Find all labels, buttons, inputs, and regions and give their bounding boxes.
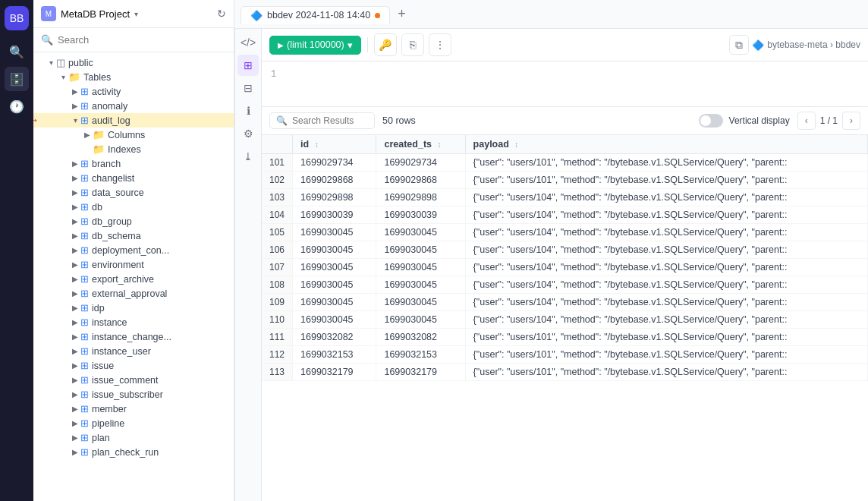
- results-search-box[interactable]: 🔍: [269, 112, 375, 129]
- tree-item-changelist[interactable]: ▶ ⊞ changelist: [33, 171, 234, 185]
- project-name: MetaDB Project: [61, 8, 130, 20]
- pagination: ‹ 1 / 1 ›: [797, 112, 860, 130]
- table-row: 109 1699030045 1699030045 {"user": "user…: [262, 294, 868, 311]
- tree-item-branch[interactable]: ▶ ⊞ branch: [33, 156, 234, 171]
- tree-item-deployment[interactable]: ▶ ⊞ deployment_con...: [33, 243, 234, 257]
- app-logo[interactable]: BB: [5, 6, 29, 30]
- tree-item-tables[interactable]: ▾ 📁 Tables: [33, 70, 234, 84]
- side-btn-export[interactable]: ⤓: [237, 146, 259, 167]
- search-icon: 🔍: [41, 34, 53, 46]
- search-box: 🔍: [33, 28, 234, 52]
- col-header-created-ts[interactable]: created_ts ↕: [376, 135, 465, 154]
- prev-page-button[interactable]: ‹: [797, 112, 816, 130]
- tree-item-db-group[interactable]: ▶ ⊞ db_group: [33, 214, 234, 228]
- side-btn-settings[interactable]: ⚙: [237, 123, 259, 144]
- copy-button[interactable]: ⎘: [401, 33, 424, 56]
- tree-label-plan-check-run: plan_check_run: [92, 447, 159, 458]
- caret-icon: ▶: [70, 102, 80, 110]
- tree-item-activity[interactable]: ▶ ⊞ activity: [33, 84, 234, 99]
- refresh-button[interactable]: ↻: [217, 8, 226, 20]
- sidebar-icon-history[interactable]: 🕐: [5, 94, 29, 118]
- db-icon: 🔷: [752, 39, 764, 51]
- col-header-id[interactable]: id ↕: [293, 135, 376, 154]
- explorer-panel: M MetaDB Project ▾ ↻ 🔍 ▾ ◫ public ▾ 📁 Ta…: [33, 0, 234, 501]
- tree-item-audit-log[interactable]: → ▾ ⊞ audit_log: [33, 113, 234, 128]
- tree-item-data-source[interactable]: ▶ ⊞ data_source: [33, 185, 234, 200]
- table-icon: ⊞: [80, 273, 89, 285]
- tree-item-member[interactable]: ▶ ⊞ member: [33, 402, 234, 416]
- tab-modified-dot: [375, 13, 380, 18]
- table-row: 107 1699030045 1699030045 {"user": "user…: [262, 259, 868, 276]
- main-toolbar: ▶ (limit 100000) ▾ 🔑 ⎘ ⋮ ⧉ 🔷 bytebase-me…: [262, 29, 868, 61]
- tree-item-plan-check-run[interactable]: ▶ ⊞ plan_check_run: [33, 445, 234, 459]
- caret-icon: ▶: [70, 87, 80, 96]
- tree-label-environment: environment: [92, 260, 144, 270]
- tree-item-issue-comment[interactable]: ▶ ⊞ issue_comment: [33, 373, 234, 387]
- vertical-display-toggle[interactable]: Vertical display: [699, 114, 790, 128]
- tree-item-external-approval[interactable]: ▶ ⊞ external_approval: [33, 286, 234, 301]
- tree-item-columns[interactable]: ▶ 📁 Columns: [33, 128, 234, 142]
- table-icon: ⊞: [80, 201, 89, 213]
- page-indicator: 1 / 1: [820, 115, 838, 126]
- toggle-switch[interactable]: [699, 114, 723, 128]
- tree-label-instance-user: instance_user: [92, 346, 151, 357]
- tree-item-export-archive[interactable]: ▶ ⊞ export_archive: [33, 272, 234, 286]
- table-icon: ⊞: [80, 389, 89, 400]
- table-icon: ⊞: [80, 417, 89, 429]
- cell-created-ts: 1699030039: [376, 206, 465, 224]
- results-search-input[interactable]: [292, 115, 368, 126]
- tree-label-plan: plan: [92, 433, 110, 443]
- caret-icon: ▶: [70, 448, 80, 456]
- caret-icon: ▶: [82, 131, 93, 139]
- sidebar-icon-database[interactable]: 🗄️: [5, 67, 29, 91]
- tree-item-indexes[interactable]: ▶ 📁 Indexes: [33, 142, 234, 156]
- tree-item-instance-change[interactable]: ▶ ⊞ instance_change...: [33, 329, 234, 344]
- table-row: 111 1699032082 1699032082 {"user": "user…: [262, 329, 868, 346]
- cell-created-ts: 1699029898: [376, 189, 465, 206]
- sidebar-icon-search[interactable]: 🔍: [5, 39, 29, 64]
- editor-content[interactable]: [285, 68, 859, 79]
- tree-item-issue-subscriber[interactable]: ▶ ⊞ issue_subscriber: [33, 387, 234, 402]
- table-row: 102 1699029868 1699029868 {"user": "user…: [262, 172, 868, 189]
- tree-item-anomaly[interactable]: ▶ ⊞ anomaly: [33, 99, 234, 113]
- next-page-button[interactable]: ›: [842, 112, 860, 130]
- tree-item-plan[interactable]: ▶ ⊞ plan: [33, 430, 234, 445]
- project-selector[interactable]: M MetaDB Project ▾: [41, 6, 212, 21]
- add-tab-button[interactable]: +: [393, 6, 410, 22]
- col-header-payload[interactable]: payload ↕: [465, 135, 867, 154]
- tree-item-idp[interactable]: ▶ ⊞ idp: [33, 301, 234, 315]
- tree-item-environment[interactable]: ▶ ⊞ environment: [33, 257, 234, 272]
- key-button[interactable]: 🔑: [374, 33, 397, 56]
- side-btn-code[interactable]: </>: [237, 32, 259, 53]
- cell-id: 1699030039: [293, 206, 376, 224]
- row-number: 109: [262, 294, 293, 311]
- caret-icon: ▶: [70, 433, 80, 442]
- breadcrumb-btn[interactable]: ⧉: [729, 35, 749, 55]
- side-btn-table[interactable]: ⊞: [237, 55, 259, 76]
- side-btn-info[interactable]: ℹ: [237, 100, 259, 121]
- table-row: 110 1699030045 1699030045 {"user": "user…: [262, 311, 868, 329]
- app-sidebar: BB 🔍 🗄️ 🕐: [0, 0, 33, 501]
- tree-item-public[interactable]: ▾ ◫ public: [33, 55, 234, 70]
- share-button[interactable]: ⋮: [429, 33, 451, 56]
- tree-label-anomaly: anomaly: [92, 101, 127, 112]
- side-btn-grid[interactable]: ⊟: [237, 77, 259, 99]
- row-number: 110: [262, 311, 293, 329]
- tree-item-issue[interactable]: ▶ ⊞ issue: [33, 358, 234, 373]
- results-toolbar: 🔍 50 rows Vertical display ‹ 1 / 1 ›: [262, 107, 868, 135]
- tree-item-instance-user[interactable]: ▶ ⊞ instance_user: [33, 344, 234, 358]
- tree-item-instance[interactable]: ▶ ⊞ instance: [33, 315, 234, 329]
- tree-label-instance-change: instance_change...: [92, 332, 171, 342]
- tree-item-db[interactable]: ▶ ⊞ db: [33, 200, 234, 214]
- tree-item-pipeline[interactable]: ▶ ⊞ pipeline: [33, 416, 234, 430]
- tree-label-data-source: data_source: [92, 187, 144, 198]
- tree-label-tables: Tables: [83, 72, 111, 83]
- search-input[interactable]: [58, 34, 226, 46]
- active-tab[interactable]: 🔷 bbdev 2024-11-08 14:40: [241, 6, 390, 24]
- cell-id: 1699030045: [293, 241, 376, 259]
- table-row: 104 1699030039 1699030039 {"user": "user…: [262, 206, 868, 224]
- tree-item-db-schema[interactable]: ▶ ⊞ db_schema: [33, 228, 234, 243]
- cell-created-ts: 1699030045: [376, 311, 465, 329]
- run-button[interactable]: ▶ (limit 100000) ▾: [269, 36, 361, 55]
- caret-icon: ▾: [46, 58, 56, 67]
